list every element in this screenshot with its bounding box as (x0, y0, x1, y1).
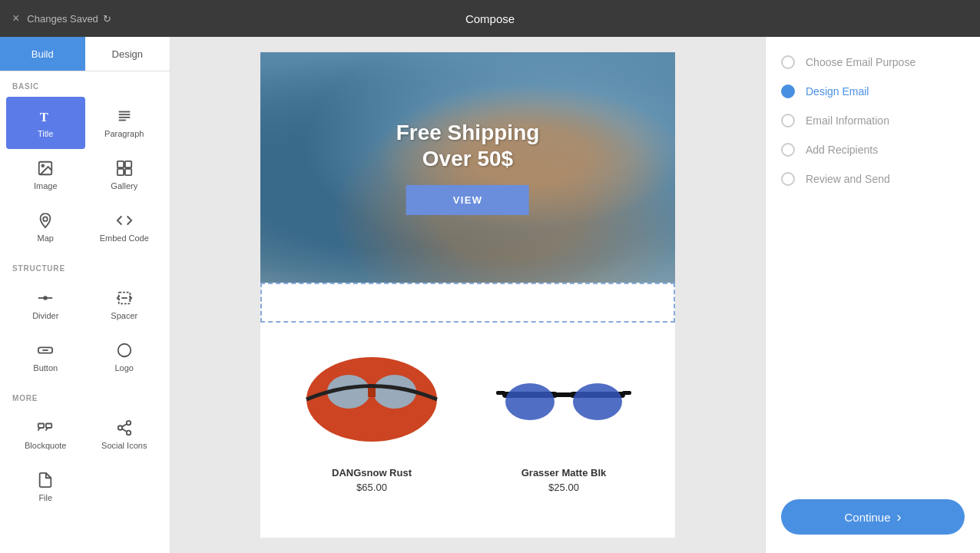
step-design-email[interactable]: Design Email (781, 84, 965, 98)
map-icon (37, 212, 54, 229)
step-label-review-send: Review and Send (806, 173, 890, 185)
right-panel: Choose Email Purpose Design Email Email … (765, 37, 980, 553)
component-social-icons[interactable]: Social Icons (85, 409, 164, 461)
component-button[interactable]: Button (6, 331, 85, 383)
product-card-0: DANGsnow Rust $65.00 (276, 330, 468, 501)
component-title[interactable]: T Title (6, 97, 85, 149)
component-gallery[interactable]: Gallery (85, 149, 164, 201)
component-blockquote[interactable]: Blockquote (6, 409, 85, 461)
svg-point-27 (306, 357, 437, 442)
component-gallery-label: Gallery (111, 181, 137, 190)
divider-icon (37, 290, 54, 306)
svg-line-26 (122, 424, 127, 427)
page-title: Compose (465, 12, 515, 25)
component-spacer-label: Spacer (111, 311, 137, 320)
svg-rect-7 (118, 161, 124, 167)
component-image[interactable]: Image (6, 149, 85, 201)
component-file-label: File (38, 493, 52, 502)
tab-design[interactable]: Design (85, 37, 171, 71)
text-input-row[interactable] (260, 283, 675, 323)
product-name-0: DANGsnow Rust (332, 467, 412, 478)
component-paragraph[interactable]: Paragraph (85, 97, 164, 149)
svg-point-22 (127, 421, 131, 426)
step-label-design-email: Design Email (806, 85, 869, 98)
component-embed-code-label: Embed Code (100, 233, 149, 243)
logo-icon (116, 342, 133, 359)
component-paragraph-label: Paragraph (104, 129, 144, 138)
continue-button[interactable]: Continue › (781, 499, 965, 535)
refresh-icon: ↻ (103, 13, 111, 25)
saved-label: Changes Saved (27, 13, 98, 25)
product-card-1: Grasser Matte Blk $25.00 (468, 330, 660, 501)
svg-rect-21 (46, 424, 51, 429)
hero-heading: Free Shipping Over 50$ (396, 120, 540, 171)
step-dot-add-recipients (781, 143, 795, 157)
paragraph-icon (116, 108, 133, 124)
svg-point-33 (505, 383, 555, 420)
product-price-1: $25.00 (548, 482, 579, 493)
step-dot-review-send (781, 172, 795, 186)
component-title-label: Title (38, 129, 53, 138)
svg-point-34 (573, 383, 622, 420)
saved-status: Changes Saved ↻ (27, 13, 111, 25)
component-divider[interactable]: Divider (6, 279, 85, 331)
social-icons-icon (116, 419, 133, 436)
main-layout: Build Design BASIC T Title Paragraph (0, 37, 980, 553)
close-button[interactable]: × (12, 12, 19, 25)
component-map-label: Map (38, 233, 54, 243)
svg-rect-9 (118, 169, 124, 175)
component-divider-label: Divider (32, 311, 58, 320)
svg-rect-37 (622, 391, 631, 395)
structure-components: Divider Spacer Button Logo (0, 279, 170, 383)
component-logo-label: Logo (115, 363, 134, 373)
product-name-1: Grasser Matte Blk (521, 467, 607, 478)
step-dot-email-information (781, 114, 795, 127)
embed-code-icon (116, 212, 133, 229)
tab-bar: Build Design (0, 37, 170, 71)
component-button-label: Button (33, 363, 58, 373)
component-map[interactable]: Map (6, 201, 85, 253)
svg-point-14 (44, 296, 47, 300)
component-logo[interactable]: Logo (85, 331, 164, 383)
svg-point-6 (42, 164, 45, 167)
image-icon (37, 160, 54, 177)
svg-rect-10 (125, 169, 131, 175)
component-embed-code[interactable]: Embed Code (85, 201, 164, 253)
step-label-email-information: Email Information (806, 114, 889, 127)
steps-list: Choose Email Purpose Design Email Email … (781, 55, 965, 481)
title-icon: T (37, 108, 54, 124)
svg-rect-8 (125, 161, 131, 167)
step-email-information[interactable]: Email Information (781, 114, 965, 127)
hero-section[interactable]: Free Shipping Over 50$ VIEW (260, 52, 675, 283)
tab-build[interactable]: Build (0, 37, 85, 71)
component-social-icons-label: Social Icons (101, 441, 147, 450)
component-image-label: Image (34, 181, 58, 190)
step-add-recipients[interactable]: Add Recipients (781, 143, 965, 157)
section-label-basic: BASIC (0, 71, 170, 97)
hero-view-button[interactable]: VIEW (406, 185, 529, 215)
email-canvas: Free Shipping Over 50$ VIEW (260, 52, 675, 538)
gallery-icon (116, 160, 133, 177)
product-image-glasses (495, 338, 633, 461)
products-section: DANGsnow Rust $65.00 (260, 323, 675, 516)
svg-line-25 (122, 429, 127, 432)
step-review-send[interactable]: Review and Send (781, 172, 965, 186)
step-dot-choose-purpose (781, 55, 795, 69)
canvas-area: Free Shipping Over 50$ VIEW (171, 37, 765, 553)
product-price-0: $65.00 (356, 482, 387, 493)
basic-components: T Title Paragraph Image (0, 97, 170, 253)
hero-text-block: Free Shipping Over 50$ VIEW (396, 120, 540, 215)
svg-point-19 (118, 344, 131, 357)
blockquote-icon (37, 419, 54, 436)
component-file[interactable]: File (6, 461, 85, 513)
topbar: × Changes Saved ↻ Compose (0, 0, 980, 37)
svg-point-24 (127, 431, 131, 435)
svg-point-23 (118, 426, 123, 430)
sidebar: Build Design BASIC T Title Paragraph (0, 37, 171, 553)
svg-rect-30 (368, 388, 376, 397)
svg-rect-36 (496, 391, 505, 395)
step-dot-design-email (781, 84, 795, 98)
button-icon (37, 342, 54, 359)
component-spacer[interactable]: Spacer (85, 279, 164, 331)
step-choose-purpose[interactable]: Choose Email Purpose (781, 55, 965, 69)
